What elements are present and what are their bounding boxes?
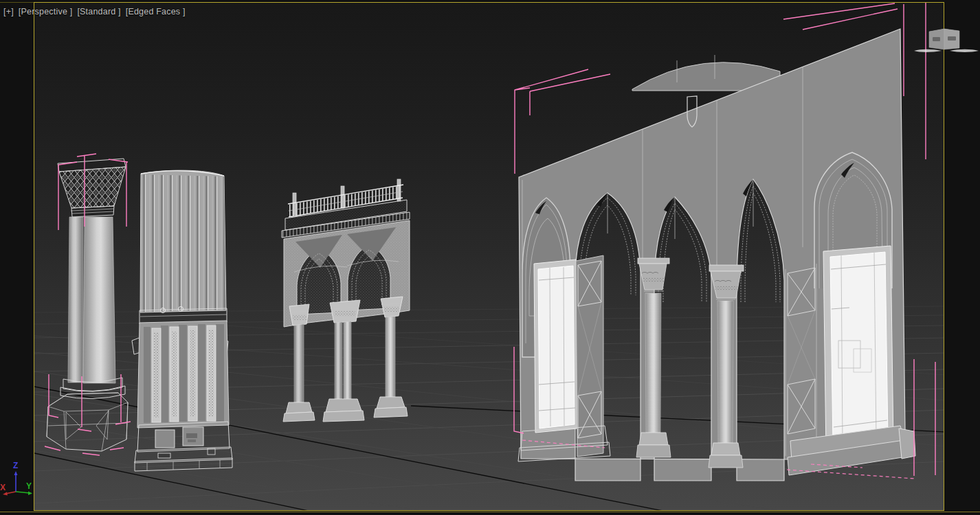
distant-cube-object[interactable] xyxy=(909,23,980,55)
viewport-canvas[interactable] xyxy=(34,3,944,510)
z-axis-label: Z xyxy=(13,461,18,470)
world-axis-gizmo: Z X Y xyxy=(0,456,37,497)
viewport-bottom-border xyxy=(0,512,980,512)
left-bay-window xyxy=(538,266,575,428)
viewport-render-style-menu[interactable]: [Standard ] xyxy=(77,7,120,17)
gothic-arch-shrine[interactable] xyxy=(282,179,410,422)
viewport-pov-menu[interactable]: [Perspective ] xyxy=(19,7,73,17)
viewport-label: [+] [Perspective ] [Standard ] [Edged Fa… xyxy=(3,7,186,17)
y-axis-label: Y xyxy=(26,481,32,491)
pointed-arch-arcade-wall[interactable] xyxy=(518,29,915,481)
3d-viewport-screen: [+] [Perspective ] [Standard ] [Edged Fa… xyxy=(0,0,980,515)
x-axis-label: X xyxy=(0,483,5,492)
viewport-shading-menu[interactable]: [Edged Faces ] xyxy=(126,7,186,17)
viewport-top-border-left xyxy=(0,2,34,3)
fluted-panel-column[interactable] xyxy=(132,170,232,471)
viewport-plus-menu[interactable]: [+] xyxy=(3,7,14,17)
right-bay-window xyxy=(830,252,888,445)
perspective-viewport[interactable] xyxy=(34,2,944,511)
